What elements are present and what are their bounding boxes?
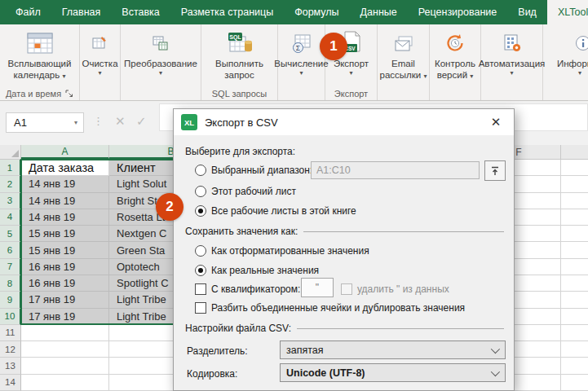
chevron-down-icon	[491, 344, 500, 353]
cell-a3[interactable]: 14 янв 19	[21, 193, 109, 209]
popup-calendar-button[interactable]: Всплывающий календарь ▾	[0, 24, 79, 86]
row-header-6[interactable]: 6	[0, 242, 21, 258]
group-sql-queries: SQL Выполнить запрос SQL запросы	[201, 24, 278, 100]
radio-selected-range[interactable]: Выбранный диапазон:	[195, 165, 312, 176]
row-header-14[interactable]: 14	[0, 375, 21, 391]
row-header-2[interactable]: 2	[0, 176, 21, 192]
cancel-icon[interactable]: ✕	[115, 114, 126, 129]
tab-data[interactable]: Данные	[350, 0, 408, 24]
group-date-time: Всплывающий календарь ▾ Дата и время	[0, 24, 80, 100]
column-header-a[interactable]: A	[21, 145, 109, 159]
radio-icon[interactable]	[195, 186, 206, 197]
transform-button[interactable]: Преобразование ▾	[121, 24, 201, 86]
cell-a11[interactable]	[21, 325, 109, 341]
column-header-g[interactable]	[561, 145, 588, 159]
chevron-down-icon: ▾	[62, 72, 65, 80]
group-transform: Преобразование ▾	[121, 24, 201, 100]
row-header-4[interactable]: 4	[0, 209, 21, 226]
chevron-down-icon: ▾	[98, 69, 101, 77]
checkbox-qualifier[interactable]: С квалификатором:	[195, 283, 300, 295]
cell-a13[interactable]	[21, 358, 109, 374]
tab-review[interactable]: Рецензирование	[408, 0, 508, 24]
group-label-sql: SQL запросы	[201, 86, 277, 100]
name-box-value: A1	[14, 116, 27, 129]
select-all-corner[interactable]	[0, 145, 21, 159]
info-button[interactable]: Информация ▾	[543, 24, 588, 86]
checkbox-split-merged[interactable]: Разбить объединенные ячейки и дублироват…	[195, 302, 465, 314]
svg-text:Σ: Σ	[295, 44, 299, 52]
dialog-launcher-icon[interactable]	[65, 90, 73, 98]
section-csv-settings: Настройки файла CSV:	[185, 323, 504, 334]
radio-formatted-values[interactable]: Как отформатированные значения	[195, 245, 369, 257]
enter-icon[interactable]: ✓	[136, 114, 147, 129]
tab-formulas[interactable]: Формулы	[284, 0, 349, 24]
tab-insert[interactable]: Вставка	[111, 0, 170, 24]
radio-this-worksheet[interactable]: Этот рабочий лист	[195, 186, 296, 197]
radio-icon[interactable]	[195, 165, 206, 176]
group-info: Информация ▾	[543, 24, 588, 100]
row-header-11[interactable]: 11	[0, 325, 21, 341]
tab-page-layout[interactable]: Разметка страницы	[170, 0, 284, 24]
chevron-down-icon: ▾	[423, 72, 427, 80]
ribbon: Всплывающий календарь ▾ Дата и время Очи…	[0, 24, 588, 101]
row-header-13[interactable]: 13	[0, 358, 21, 374]
cell-a8[interactable]: 16 янв 19	[21, 275, 109, 292]
row-header-8[interactable]: 8	[0, 275, 21, 292]
delimiter-select[interactable]: запятая	[280, 340, 506, 359]
row-header-12[interactable]: 12	[0, 341, 21, 358]
close-icon[interactable]: ✕	[481, 109, 511, 135]
info-icon	[574, 29, 588, 58]
cell-a1[interactable]: Дата заказа	[21, 160, 109, 176]
version-control-button[interactable]: Контроль версий ▾	[430, 24, 480, 86]
checkbox-remove-quotes[interactable]: удалить " из данных	[341, 283, 449, 295]
row-header-3[interactable]: 3	[0, 193, 21, 209]
checkbox-icon[interactable]	[195, 283, 206, 295]
row-header-5[interactable]: 5	[0, 226, 21, 242]
cell-a14[interactable]	[21, 375, 109, 391]
dialog-title: Экспорт в CSV	[205, 116, 278, 129]
checkbox-icon[interactable]	[195, 302, 206, 314]
delimiter-label: Разделитель:	[187, 345, 248, 357]
cell-a9[interactable]: 17 янв 19	[21, 292, 109, 308]
section-export-target: Выберите для экспорта:	[185, 146, 504, 157]
radio-icon[interactable]	[195, 245, 206, 257]
cell-a10[interactable]: 17 янв 19	[21, 309, 109, 325]
chevron-down-icon: ▾	[470, 72, 473, 80]
group-email: Email рассылки ▾	[378, 24, 430, 100]
range-picker-button[interactable]	[484, 160, 506, 181]
automation-button[interactable]: Автоматизация ▾	[479, 24, 546, 86]
cell-a4[interactable]: 14 янв 19	[21, 209, 109, 226]
cell-a12[interactable]	[21, 341, 109, 358]
run-query-button[interactable]: SQL Выполнить запрос	[201, 24, 277, 86]
encoding-select[interactable]: Unicode (UTF-8)	[280, 363, 506, 382]
cleanup-icon	[91, 29, 109, 58]
sql-query-icon: SQL	[227, 29, 253, 58]
group-version-control: Контроль версий ▾	[430, 24, 481, 100]
cell-a6[interactable]: 15 янв 19	[21, 242, 109, 258]
cleanup-button[interactable]: Очистка ▾	[80, 24, 120, 86]
row-header-1[interactable]: 1	[0, 160, 21, 176]
group-label-export: Экспорт	[325, 86, 377, 100]
cell-a5[interactable]: 15 янв 19	[21, 226, 109, 242]
range-input[interactable]	[311, 161, 480, 179]
radio-checked-icon[interactable]	[195, 265, 206, 276]
tab-home[interactable]: Главная	[51, 0, 112, 24]
name-box[interactable]: A1 ▾	[6, 112, 84, 133]
email-merge-button[interactable]: Email рассылки ▾	[378, 24, 429, 86]
cell-a7[interactable]: 16 янв 19	[21, 259, 109, 275]
row-header-7[interactable]: 7	[0, 259, 21, 275]
transform-icon	[152, 29, 170, 58]
cell-a2[interactable]: 14 янв 19	[21, 176, 109, 192]
tab-file[interactable]: Файл	[5, 0, 51, 24]
calculation-button[interactable]: Σ Вычисление ▾	[274, 24, 328, 86]
group-calculation: Σ Вычисление ▾	[278, 24, 325, 100]
chevron-down-icon[interactable]: ▾	[74, 119, 77, 126]
radio-real-values[interactable]: Как реальные значения	[195, 265, 319, 276]
row-header-9[interactable]: 9	[0, 292, 21, 308]
row-header-10[interactable]: 10	[0, 309, 21, 325]
qualifier-input[interactable]	[301, 278, 334, 297]
radio-checked-icon[interactable]	[195, 205, 206, 217]
radio-all-worksheets[interactable]: Все рабочие листы в этой книге	[195, 205, 356, 217]
tab-xltools[interactable]: XLTools	[547, 0, 588, 24]
tab-view[interactable]: Вид	[507, 0, 547, 24]
